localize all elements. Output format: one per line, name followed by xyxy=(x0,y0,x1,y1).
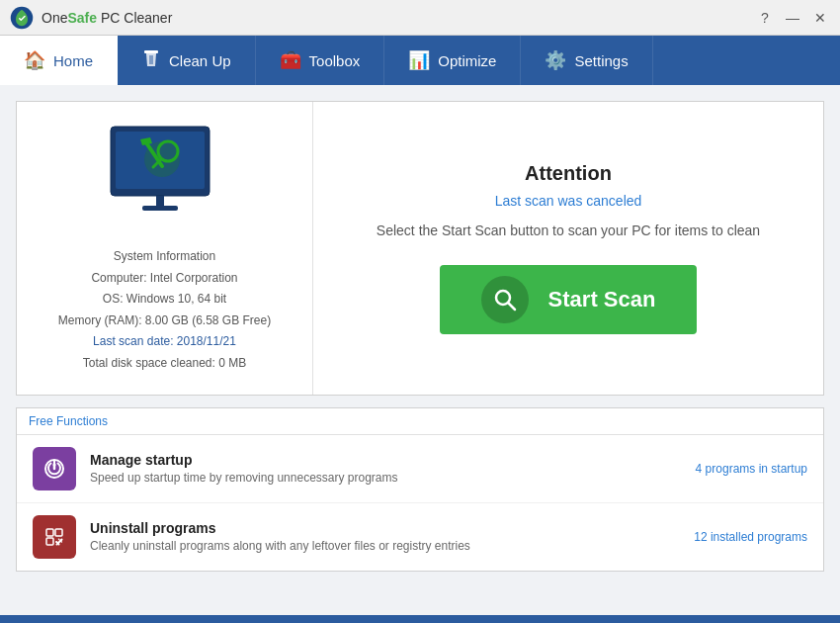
svg-rect-10 xyxy=(156,196,164,206)
title-bar: OneSafe PC Cleaner ? — ✕ xyxy=(0,0,840,36)
scan-description: Select the Start Scan button to scan you… xyxy=(377,221,760,241)
window-controls: ? — ✕ xyxy=(755,8,830,28)
top-section: System Information Computer: Intel Corpo… xyxy=(16,101,824,396)
app-title: OneSafe PC Cleaner xyxy=(42,10,755,26)
close-button[interactable]: ✕ xyxy=(810,8,830,28)
nav-item-cleanup[interactable]: Clean Up xyxy=(118,36,256,85)
bottom-bar xyxy=(0,615,840,623)
disk-cleaned-info: Total disk space cleaned: 0 MB xyxy=(58,353,271,375)
right-panel: Attention Last scan was canceled Select … xyxy=(313,102,823,395)
app-logo xyxy=(10,6,34,30)
free-functions-header: Free Functions xyxy=(17,408,823,435)
toolbox-icon: 🧰 xyxy=(280,49,301,71)
scan-status: Last scan was canceled xyxy=(495,193,642,209)
uninstall-programs-title: Uninstall programs xyxy=(90,520,680,536)
attention-title: Attention xyxy=(525,162,612,185)
system-info-label: System Information xyxy=(58,246,271,268)
scan-search-icon xyxy=(481,276,529,323)
nav-label-cleanup: Clean Up xyxy=(169,52,231,69)
os-info: OS: Windows 10, 64 bit xyxy=(58,289,271,311)
nav-item-toolbox[interactable]: 🧰 Toolbox xyxy=(256,36,385,85)
cleanup-icon xyxy=(141,48,161,73)
uninstall-programs-desc: Cleanly uninstall programs along with an… xyxy=(90,539,680,553)
main-content: System Information Computer: Intel Corpo… xyxy=(0,85,840,623)
settings-icon: ⚙️ xyxy=(545,49,566,71)
nav-item-settings[interactable]: ⚙️ Settings xyxy=(521,36,652,85)
last-scan-info: Last scan date: 2018/11/21 xyxy=(58,331,271,353)
nav-label-settings: Settings xyxy=(574,52,628,69)
list-item[interactable]: Uninstall programs Cleanly uninstall pro… xyxy=(17,503,823,571)
manage-startup-icon xyxy=(33,447,76,490)
nav-label-home: Home xyxy=(53,52,93,69)
start-scan-label: Start Scan xyxy=(548,287,656,312)
svg-rect-19 xyxy=(46,538,53,545)
memory-info: Memory (RAM): 8.00 GB (6.58 GB Free) xyxy=(58,311,271,332)
svg-rect-17 xyxy=(46,529,53,536)
svg-rect-1 xyxy=(144,50,158,53)
left-panel: System Information Computer: Intel Corpo… xyxy=(17,102,313,395)
nav-label-optimize: Optimize xyxy=(438,52,496,69)
nav-item-optimize[interactable]: 📊 Optimize xyxy=(384,36,521,85)
minimize-button[interactable]: — xyxy=(783,8,802,28)
svg-rect-11 xyxy=(142,206,178,211)
manage-startup-desc: Speed up startup time by removing unnece… xyxy=(90,471,682,485)
home-icon: 🏠 xyxy=(24,49,45,71)
manage-startup-badge: 4 programs in startup xyxy=(696,462,807,476)
computer-illustration xyxy=(101,122,229,230)
nav-bar: 🏠 Home Clean Up 🧰 Toolbox 📊 Optimize ⚙️ … xyxy=(0,36,840,85)
optimize-icon: 📊 xyxy=(408,49,430,71)
computer-info: Computer: Intel Corporation xyxy=(58,268,271,290)
help-button[interactable]: ? xyxy=(755,8,775,28)
manage-startup-text: Manage startup Speed up startup time by … xyxy=(90,452,682,485)
nav-item-home[interactable]: 🏠 Home xyxy=(0,36,118,85)
uninstall-programs-badge: 12 installed programs xyxy=(694,530,807,544)
svg-line-13 xyxy=(508,303,515,310)
manage-startup-title: Manage startup xyxy=(90,452,682,468)
list-item[interactable]: Manage startup Speed up startup time by … xyxy=(17,435,823,503)
nav-label-toolbox: Toolbox xyxy=(309,52,361,69)
svg-rect-18 xyxy=(55,529,62,536)
uninstall-programs-text: Uninstall programs Cleanly uninstall pro… xyxy=(90,520,680,553)
free-functions-panel: Free Functions Manage startup Speed up s… xyxy=(16,407,824,572)
system-info: System Information Computer: Intel Corpo… xyxy=(58,246,271,375)
start-scan-button[interactable]: Start Scan xyxy=(440,265,697,334)
uninstall-programs-icon xyxy=(33,515,76,559)
